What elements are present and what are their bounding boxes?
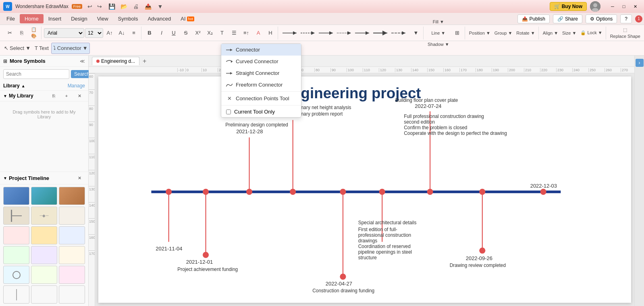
share-button[interactable]: 🔗 Share [553, 14, 582, 23]
current-tool-checkbox[interactable] [226, 110, 231, 114]
add-tab-button[interactable]: + [141, 58, 148, 65]
list-item[interactable] [31, 187, 57, 205]
search-input[interactable] [3, 69, 69, 79]
list-item[interactable]: ─◆─ [31, 207, 57, 225]
list-item[interactable] [31, 226, 57, 244]
format-paint-button[interactable]: 🎨 [28, 33, 39, 39]
list-item[interactable] [59, 207, 85, 225]
undo-button[interactable]: ↩ [85, 2, 94, 11]
dropdown-item-curved[interactable]: Curved Connector [221, 56, 301, 67]
styles-expand-button[interactable]: ⊞ [452, 27, 463, 39]
list-button[interactable]: ☰ [229, 27, 240, 39]
increase-font-button[interactable]: A↑ [104, 27, 115, 39]
indent-button[interactable]: ≡↑ [241, 27, 252, 39]
list-item[interactable] [3, 246, 29, 264]
manage-link[interactable]: Manage [68, 83, 85, 89]
cut-button[interactable]: ✂ [4, 27, 15, 39]
list-item[interactable] [59, 246, 85, 264]
paste-button[interactable]: 📋 [28, 27, 39, 33]
arrow-expand-button[interactable]: ▼ [410, 27, 422, 39]
canvas-tab[interactable]: Engineering d... [92, 57, 139, 65]
copy-button[interactable]: ⎘ [16, 27, 27, 39]
user-avatar[interactable] [590, 1, 600, 12]
menu-advanced[interactable]: Advanced [143, 14, 176, 23]
size-button[interactable]: Size ▼ [561, 27, 578, 39]
maximize-button[interactable]: □ [618, 2, 629, 11]
dropdown-item-freeform[interactable]: Freeform Connector [221, 79, 301, 91]
line-button[interactable]: Line ▼ [426, 27, 451, 39]
align-text-button[interactable]: ≡ [128, 27, 139, 39]
right-panel-toggle[interactable]: › [636, 59, 644, 67]
menu-design[interactable]: Design [66, 14, 92, 23]
list-item[interactable] [59, 226, 85, 244]
group-button[interactable]: Group ▼ [493, 27, 514, 39]
list-item[interactable] [31, 266, 57, 284]
list-item[interactable] [59, 266, 85, 284]
shadow-button[interactable]: Shadow ▼ [426, 39, 451, 50]
replace-shape-button[interactable]: ⬚ Replace Shape [609, 26, 642, 40]
options-button[interactable]: ⚙ Options [586, 14, 617, 23]
my-library-add-button[interactable]: + [61, 92, 72, 99]
position-button[interactable]: Position ▼ [467, 27, 492, 39]
publish-button[interactable]: 📤 Publish [517, 14, 550, 23]
underline-button[interactable]: U [168, 27, 179, 39]
text-style-button[interactable]: T [216, 27, 228, 39]
dropdown-item-connector[interactable]: Connector [221, 44, 301, 56]
font-color-button[interactable]: A [253, 27, 264, 39]
list-item[interactable] [31, 285, 57, 304]
rotate-button[interactable]: Rotate ▼ [515, 27, 536, 39]
print-button[interactable]: 🖨 [131, 2, 140, 11]
sidebar-collapse-button[interactable]: ≪ [80, 58, 85, 64]
list-item[interactable] [59, 285, 85, 304]
menu-ai[interactable]: AI hot [176, 14, 199, 23]
my-library-close-button[interactable]: ✕ [74, 92, 85, 99]
help-button[interactable]: ? [620, 14, 632, 23]
save-button[interactable]: 💾 [107, 2, 116, 11]
ruler-v-mark: 70 [89, 89, 95, 105]
strikethrough-button[interactable]: S [180, 27, 191, 39]
select-button[interactable]: ↖ Select ▼ [2, 43, 32, 54]
buy-now-button[interactable]: 🛒 Buy Now [550, 2, 587, 11]
open-button[interactable]: 📂 [119, 2, 128, 11]
connector-button[interactable]: ⤵ Connector ▼ [51, 43, 90, 54]
timeline-svg: Engineering project 2021-11-04 2021-12-0… [98, 76, 631, 303]
share-icon: 🔗 [557, 16, 563, 22]
text-button[interactable]: T Text [33, 43, 50, 54]
font-size-select[interactable]: 12 [85, 28, 103, 38]
align-button[interactable]: Align ▼ [541, 27, 560, 39]
list-item[interactable] [3, 207, 29, 225]
font-family-select[interactable]: Arial [44, 28, 84, 38]
list-item[interactable] [3, 226, 29, 244]
italic-button[interactable]: I [156, 27, 167, 39]
list-item[interactable] [31, 246, 57, 264]
dropdown-item-straight[interactable]: Straight Connector [221, 67, 301, 79]
dropdown-item-connection-points[interactable]: ✕ Connection Points Tool [221, 93, 301, 104]
highlight-button[interactable]: H [265, 27, 276, 39]
canvas-content[interactable]: Engineering project 2021-11-04 2021-12-0… [98, 76, 631, 303]
my-library-expand-icon: ▼ [3, 94, 7, 98]
minimize-button[interactable]: ─ [607, 2, 618, 11]
menu-insert[interactable]: Insert [44, 14, 66, 23]
menu-symbols[interactable]: Symbols [113, 14, 143, 23]
menu-view[interactable]: View [92, 14, 113, 23]
list-item[interactable] [3, 187, 29, 205]
redo-button[interactable]: ↪ [95, 2, 104, 11]
subscript-button[interactable]: X₂ [204, 27, 216, 39]
project-close-button[interactable]: ✕ [74, 174, 85, 182]
bold-button[interactable]: B [144, 27, 155, 39]
export-button[interactable]: 📤 [143, 2, 152, 11]
menu-home[interactable]: Home [20, 14, 44, 23]
list-item[interactable] [3, 285, 29, 304]
timeline-node [479, 248, 485, 254]
superscript-button[interactable]: X² [192, 27, 204, 39]
more-button[interactable]: ▼ [156, 2, 164, 11]
list-item[interactable] [59, 187, 85, 205]
decrease-font-button[interactable]: A↓ [116, 27, 127, 39]
menu-file[interactable]: File [2, 14, 20, 23]
list-item[interactable] [3, 266, 29, 284]
fill-button[interactable]: Fill ▼ [426, 16, 451, 27]
close-button[interactable]: ✕ [629, 2, 641, 11]
my-library-copy-button[interactable]: ⎘ [48, 92, 59, 99]
lock-button[interactable]: 🔒 Lock ▼ [579, 27, 604, 39]
dropdown-item-current-tool[interactable]: Current Tool Only [221, 106, 301, 117]
